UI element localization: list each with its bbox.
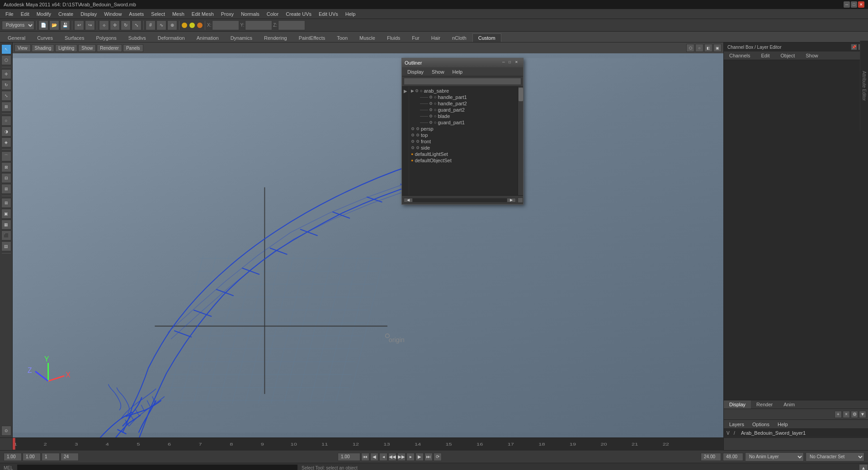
end-frame-field[interactable]: 1: [42, 453, 60, 461]
menu-help[interactable]: Help: [342, 10, 359, 18]
outliner-scrollbar[interactable]: [518, 87, 523, 195]
list-item[interactable]: —— ⚙ ○ blade: [409, 113, 518, 119]
outliner-display-menu[interactable]: Display: [404, 68, 427, 75]
next-frame-btn[interactable]: ▶: [415, 453, 424, 461]
tab-general[interactable]: General: [2, 33, 31, 42]
prev-frame-btn[interactable]: ◀: [370, 453, 378, 461]
menu-normals[interactable]: Normals: [237, 10, 263, 18]
move-btn[interactable]: ✛: [1, 69, 11, 79]
edit-tab[interactable]: Edit: [755, 52, 775, 60]
outliner-close[interactable]: ✕: [515, 60, 520, 66]
tab-subdivs[interactable]: Subdivs: [123, 33, 152, 42]
maximize-button[interactable]: □: [851, 1, 857, 8]
snapshot-btn[interactable]: ⬛: [1, 230, 11, 240]
tab-ncloth[interactable]: nCloth: [446, 33, 472, 42]
anim-layer-tab[interactable]: Anim: [778, 400, 800, 409]
channel-pin-btn[interactable]: 📌: [851, 44, 857, 50]
object-tab[interactable]: Object: [775, 52, 800, 60]
view-menu[interactable]: View: [14, 44, 31, 52]
tab-muscle[interactable]: Muscle: [354, 33, 381, 42]
viewport[interactable]: X Y Z origin Outliner ─ □: [13, 53, 723, 437]
minimize-button[interactable]: ─: [844, 1, 850, 8]
snap-curve[interactable]: ∿: [156, 20, 166, 30]
menu-window[interactable]: Window: [100, 10, 125, 18]
mel-input[interactable]: [17, 464, 298, 470]
tab-fluids[interactable]: Fluids: [381, 33, 406, 42]
list-item[interactable]: ⚙ ⚙ top: [409, 132, 518, 138]
rotate-btn[interactable]: ↻: [1, 80, 11, 90]
show-tab[interactable]: Show: [800, 52, 824, 60]
playblast-btn[interactable]: ▤: [1, 241, 11, 251]
shading-menu[interactable]: Shading: [32, 44, 55, 52]
layers-menu[interactable]: Layers: [726, 421, 748, 428]
layer-create-btn[interactable]: +: [835, 411, 842, 418]
tab-hair[interactable]: Hair: [425, 33, 446, 42]
skeleton-btn[interactable]: ⊞: [1, 184, 11, 194]
scroll-corner[interactable]: [518, 197, 523, 203]
mode-select[interactable]: Polygons: [2, 21, 34, 30]
list-item[interactable]: —— ⚙ ○ guard_part1: [409, 119, 518, 126]
end-frame-total[interactable]: 24: [61, 453, 79, 461]
coord-y-field[interactable]: [245, 20, 272, 30]
undo-button[interactable]: ↩: [74, 20, 84, 30]
list-item[interactable]: —— ⚙ ○ guard_part2: [409, 107, 518, 113]
sculpt-btn[interactable]: ◑: [1, 127, 11, 136]
move-tool[interactable]: ✛: [110, 20, 120, 30]
list-item[interactable]: —— ⚙ ○ handle_part1: [409, 94, 518, 100]
menu-modify[interactable]: Modify: [33, 10, 55, 18]
select-tool[interactable]: ⟡: [99, 20, 109, 30]
tab-dynamics[interactable]: Dynamics: [225, 33, 258, 42]
wireframe-btn[interactable]: ⬡: [686, 44, 694, 52]
list-item[interactable]: —— ⚙ ○ handle_part2: [409, 100, 518, 107]
menu-edit-mesh[interactable]: Edit Mesh: [188, 10, 217, 18]
outliner-show-menu[interactable]: Show: [428, 68, 448, 75]
scroll-left-btn[interactable]: ◀: [404, 198, 413, 202]
curves-btn[interactable]: ⌒: [1, 151, 11, 161]
tab-curves[interactable]: Curves: [31, 33, 59, 42]
layer-visible-flag[interactable]: V: [726, 431, 734, 436]
save-scene-button[interactable]: 💾: [60, 20, 70, 30]
tab-fur[interactable]: Fur: [406, 33, 425, 42]
tab-deformation[interactable]: Deformation: [152, 33, 191, 42]
scale-btn[interactable]: ⤡: [1, 91, 11, 101]
new-scene-button[interactable]: 📄: [38, 20, 48, 30]
layer-options-btn[interactable]: ⚙: [851, 411, 858, 418]
color-swatch-1[interactable]: [181, 22, 188, 28]
outliner-help-menu[interactable]: Help: [449, 68, 467, 75]
help-menu[interactable]: Help: [774, 421, 792, 428]
layer-expand-btn[interactable]: ▼: [859, 411, 866, 418]
layer-delete-btn[interactable]: ×: [843, 411, 850, 418]
loop-btn[interactable]: ⟳: [434, 453, 442, 461]
channels-tab[interactable]: Channels: [724, 52, 755, 60]
menu-edit[interactable]: Edit: [17, 10, 33, 18]
show-menu[interactable]: Show: [78, 44, 96, 52]
ipr-render-btn[interactable]: ▦: [1, 220, 11, 230]
expand-icon[interactable]: ▶: [411, 89, 414, 93]
outliner-title-bar[interactable]: Outliner ─ □ ✕: [402, 58, 523, 67]
current-frame-field[interactable]: 1.00: [23, 453, 41, 461]
go-end-btn[interactable]: ⏭: [425, 453, 433, 461]
render-view-btn[interactable]: ▣: [1, 209, 11, 219]
menu-assets[interactable]: Assets: [125, 10, 147, 18]
tab-painteffects[interactable]: PaintEffects: [293, 33, 331, 42]
show-manip-btn[interactable]: ◈: [1, 137, 11, 147]
scroll-right-btn[interactable]: ▶: [507, 198, 516, 202]
list-item[interactable]: ● defaultObjectSet: [409, 157, 518, 164]
menu-mesh[interactable]: Mesh: [169, 10, 188, 18]
play-back-btn[interactable]: ◀◀: [388, 453, 396, 461]
renderer-menu[interactable]: Renderer: [97, 44, 122, 52]
go-start-btn[interactable]: ⏮: [361, 453, 369, 461]
list-item[interactable]: ⚙ ⚙ side: [409, 145, 518, 151]
texture-btn[interactable]: ▣: [713, 44, 722, 52]
open-scene-button[interactable]: 📂: [49, 20, 59, 30]
surfaces-btn[interactable]: ⊠: [1, 162, 11, 172]
status-bar-expand-btn[interactable]: ▲: [859, 464, 868, 470]
playback-end[interactable]: 48.00: [723, 453, 743, 461]
expand-all-btn[interactable]: ▶: [402, 89, 409, 94]
render-layer-tab[interactable]: Render: [751, 400, 778, 409]
list-item[interactable]: ⚙ ⚙ front: [409, 138, 518, 145]
outliner-search-input[interactable]: [404, 78, 521, 85]
timeline[interactable]: 1 2 3 4 5 6 7 8 9 10 11 12 13 14 15 16 1…: [13, 438, 723, 451]
coord-x-field[interactable]: [212, 20, 239, 30]
panels-menu[interactable]: Panels: [123, 44, 143, 52]
